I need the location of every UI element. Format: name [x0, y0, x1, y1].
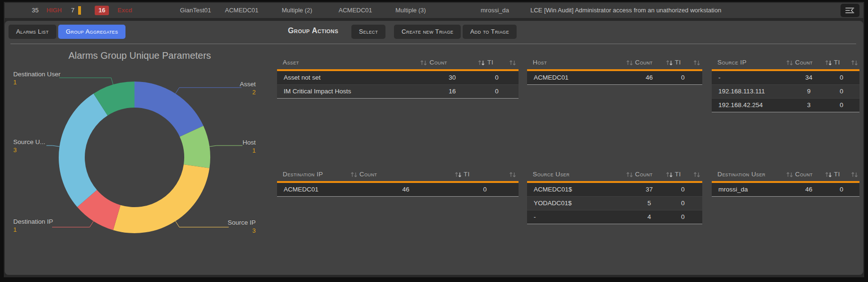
- high-count: 7: [71, 3, 74, 18]
- sort-icon[interactable]: [784, 168, 795, 181]
- chart-value-source-ip: 3: [252, 227, 256, 234]
- sort-desc-active-icon[interactable]: [663, 168, 675, 181]
- select-button[interactable]: Select: [351, 25, 385, 39]
- table-row[interactable]: 192.168.42.25430: [712, 98, 859, 112]
- column-header-ti[interactable]: TI: [834, 56, 849, 69]
- table-row[interactable]: IM Critical Impact Hosts160: [277, 84, 519, 99]
- chart-value-source-user: 3: [13, 146, 17, 154]
- donut-chart: [5, 44, 275, 274]
- cell-name: ACMEDC01: [527, 71, 624, 84]
- alarm-summary-row[interactable]: 35 HIGH 7 16 Excd GianTest01 ACMEDC01 Mu…: [5, 3, 863, 18]
- sort-desc-active-icon[interactable]: [475, 56, 487, 69]
- alarm-field-reported-by: GianTest01: [180, 3, 211, 18]
- aggregate-table-source-ip: Source IPCountTI-340192.168.113.11190192…: [712, 56, 859, 112]
- sort-icon[interactable]: [691, 56, 702, 69]
- column-header-count[interactable]: Count: [795, 56, 823, 69]
- cell-name: 192.168.113.111: [712, 85, 784, 98]
- column-header-source-user[interactable]: Source User: [527, 168, 624, 181]
- sort-desc-active-icon[interactable]: [663, 56, 675, 69]
- table-row[interactable]: mrossi_da460: [712, 183, 859, 197]
- sort-icon[interactable]: [417, 56, 430, 69]
- table-row[interactable]: 192.168.113.11190: [712, 84, 859, 98]
- sort-desc-active-icon[interactable]: [452, 168, 464, 181]
- collapse-menu-button[interactable]: [841, 4, 859, 17]
- cell-name: ACMEDC01$: [527, 183, 624, 196]
- chart-label-host: Host: [242, 139, 256, 146]
- cell-ti: 0: [834, 183, 849, 196]
- sort-icon[interactable]: [849, 56, 859, 69]
- table-row[interactable]: YODADC01$50: [527, 196, 702, 210]
- aggregate-table-source-user: Source UserCountTIACMEDC01$370YODADC01$5…: [527, 168, 702, 224]
- sort-icon[interactable]: [849, 168, 859, 181]
- risk-label: Excd: [117, 3, 132, 18]
- column-header-count[interactable]: Count: [635, 56, 663, 69]
- label-leader-line: [176, 221, 229, 227]
- table-row[interactable]: ACMEDC01460: [527, 71, 702, 85]
- sort-icon[interactable]: [784, 56, 795, 69]
- column-header-count[interactable]: Count: [795, 168, 823, 181]
- column-header-source-ip[interactable]: Source IP: [712, 56, 784, 69]
- sort-icon[interactable]: [691, 168, 702, 181]
- alarms-list-button[interactable]: Alarms List: [9, 25, 56, 39]
- chart-label-source-ip: Source IP: [228, 219, 256, 226]
- donut-segment-source-ip[interactable]: [113, 164, 209, 233]
- column-header-ti[interactable]: TI: [487, 56, 506, 69]
- cell-name: YODADC01$: [527, 197, 624, 210]
- donut-segment-asset[interactable]: [134, 82, 204, 136]
- table-row[interactable]: -340: [712, 71, 859, 84]
- column-header-count[interactable]: Count: [430, 56, 475, 69]
- sort-desc-active-icon[interactable]: [823, 56, 834, 69]
- column-header-destination-user[interactable]: Destination User: [712, 168, 784, 181]
- cell-name: -: [712, 71, 784, 84]
- table-row[interactable]: ACMEDC01460: [277, 183, 519, 197]
- table-row[interactable]: Asset not set300: [277, 71, 519, 84]
- column-header-ti[interactable]: TI: [464, 168, 506, 181]
- add-to-triage-button[interactable]: Add to Triage: [463, 25, 517, 39]
- label-leader-line: [52, 221, 93, 227]
- label-leader-line: [176, 88, 242, 94]
- table-row[interactable]: ACMEDC01$370: [527, 183, 702, 196]
- cell-ti: 0: [464, 183, 506, 196]
- cell-ti: 0: [675, 71, 691, 84]
- chart-value-host: 1: [252, 147, 256, 154]
- app-background: 35 HIGH 7 16 Excd GianTest01 ACMEDC01 Mu…: [4, 2, 864, 277]
- column-header-asset[interactable]: Asset: [277, 56, 417, 69]
- alarm-field-host: ACMEDC01: [225, 3, 259, 18]
- cell-name: 192.168.42.254: [712, 99, 784, 112]
- table-row[interactable]: -40: [527, 210, 702, 224]
- cell-count: 9: [795, 85, 823, 98]
- sort-icon[interactable]: [624, 56, 635, 69]
- cell-count: 3: [795, 99, 823, 112]
- cell-name: mrossi_da: [712, 183, 784, 196]
- alarm-field-destination-ip: ACMEDC01: [339, 3, 372, 18]
- chart-label-asset: Asset: [240, 81, 256, 88]
- column-header-count[interactable]: Count: [635, 168, 663, 181]
- cell-count: 46: [635, 71, 663, 84]
- cell-name: ACMEDC01: [277, 183, 348, 196]
- create-new-triage-button[interactable]: Create new Triage: [394, 25, 461, 39]
- column-header-count[interactable]: Count: [359, 168, 452, 181]
- chart-label-source-user: Source U...: [13, 138, 45, 146]
- label-leader-line: [46, 146, 60, 146]
- column-header-ti[interactable]: TI: [675, 168, 691, 181]
- chart-label-destination-ip: Destination IP: [13, 218, 53, 225]
- severity-label: HIGH: [46, 3, 62, 18]
- sort-icon[interactable]: [624, 168, 635, 181]
- chart-value-destination-user: 1: [13, 79, 17, 86]
- alarms-total: 35: [32, 3, 38, 18]
- group-aggregates-button[interactable]: Group Aggregates: [58, 25, 125, 39]
- sort-icon[interactable]: [348, 168, 359, 181]
- sort-desc-active-icon[interactable]: [823, 168, 834, 181]
- column-header-ti[interactable]: TI: [834, 168, 849, 181]
- severity-bar-icon: [78, 6, 81, 15]
- column-header-host[interactable]: Host: [527, 56, 624, 69]
- sort-icon[interactable]: [506, 168, 519, 181]
- column-header-ti[interactable]: TI: [675, 56, 691, 69]
- aggregate-table-destination-ip: Destination IPCountTIACMEDC01460: [277, 168, 519, 197]
- cell-count: 16: [430, 85, 475, 98]
- sort-icon[interactable]: [506, 56, 519, 69]
- chart-value-asset: 2: [252, 89, 256, 96]
- donut-segment-source-user[interactable]: [59, 93, 107, 207]
- cell-name: -: [527, 210, 624, 224]
- column-header-destination-ip[interactable]: Destination IP: [277, 168, 348, 181]
